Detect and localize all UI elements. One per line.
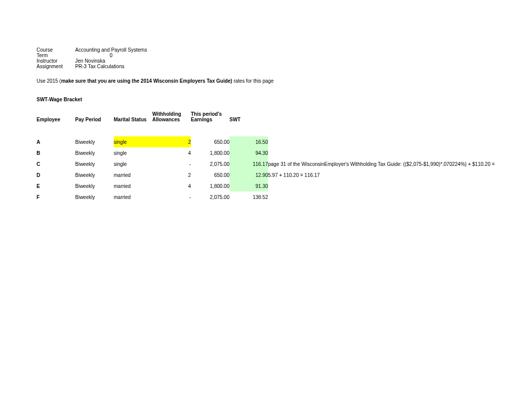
table-row: EBiweeklymarried41,800.0091.30 xyxy=(37,180,503,191)
cell-earnings: 2,075.00 xyxy=(191,191,229,202)
cell-withholding-allowances: 4 xyxy=(152,180,191,191)
meta-row-course: Course Accounting and Payroll Systems xyxy=(37,47,522,53)
note-prefix: Use 2015 ( xyxy=(37,78,61,84)
cell-note: 5.97 + 110.20 = 116.17 xyxy=(268,169,503,180)
cell-employee: F xyxy=(37,191,75,202)
page: Course Accounting and Payroll Systems Te… xyxy=(0,0,532,202)
meta-block: Course Accounting and Payroll Systems Te… xyxy=(37,47,522,69)
cell-note xyxy=(268,191,503,202)
note-bold: make sure that you are using the 2014 Wi… xyxy=(61,78,232,84)
cell-withholding-allowances: 2 xyxy=(152,169,191,180)
section-title: SWT-Wage Bracket xyxy=(37,97,522,102)
cell-marital-status: single xyxy=(114,158,152,169)
header-withholding-l1: Withholding xyxy=(152,111,191,117)
cell-employee: B xyxy=(37,147,75,158)
cell-withholding-allowances: - xyxy=(152,191,191,202)
cell-pay-period: Biweekly xyxy=(75,191,114,202)
cell-earnings: 1,800.00 xyxy=(191,147,229,158)
table-row: ABiweeklysingle2650.0016.50 xyxy=(37,136,503,147)
cell-swt: 16.50 xyxy=(229,136,268,147)
cell-pay-period: Biweekly xyxy=(75,169,114,180)
cell-employee: C xyxy=(37,158,75,169)
cell-marital-status: single xyxy=(114,136,152,147)
cell-marital-status: married xyxy=(114,169,152,180)
meta-row-instructor: Instructor Jen Novinska xyxy=(37,58,522,64)
cell-marital-status: married xyxy=(114,180,152,191)
instruction-note: Use 2015 (make sure that you are using t… xyxy=(37,78,522,84)
term-label: Term xyxy=(37,53,75,58)
instructor-label: Instructor xyxy=(37,58,75,64)
cell-earnings: 2,075.00 xyxy=(191,158,229,169)
table-row: FBiweeklymarried-2,075.00138.52 xyxy=(37,191,503,202)
header-earnings: This period's Earnings xyxy=(191,109,229,123)
note-suffix: rates for this page xyxy=(232,78,274,84)
header-marital-status: Marital Status xyxy=(114,109,152,123)
instructor-value: Jen Novinska xyxy=(75,58,105,64)
cell-marital-status: single xyxy=(114,147,152,158)
cell-note xyxy=(268,147,503,158)
header-earnings-l1: This period's xyxy=(191,111,229,117)
assignment-value: PR-3 Tax Calculations xyxy=(75,64,124,69)
cell-earnings: 1,800.00 xyxy=(191,180,229,191)
table-row: BBiweeklysingle41,800.0094.30 xyxy=(37,147,503,158)
cell-swt: 138.52 xyxy=(229,191,268,202)
header-swt: SWT xyxy=(229,109,268,123)
cell-note xyxy=(268,180,503,191)
table-body: ABiweeklysingle2650.0016.50BBiweeklysing… xyxy=(37,123,503,202)
term-value: 0 xyxy=(110,53,113,59)
header-pay-period: Pay Period xyxy=(75,109,114,123)
table-row: CBiweeklysingle-2,075.00116.17page 31 of… xyxy=(37,158,503,169)
cell-employee: D xyxy=(37,169,75,180)
cell-employee: E xyxy=(37,180,75,191)
header-earnings-l2: Earnings xyxy=(191,117,229,122)
course-label: Course xyxy=(37,47,75,53)
cell-note xyxy=(268,136,503,147)
cell-withholding-allowances: 4 xyxy=(152,147,191,158)
cell-pay-period: Biweekly xyxy=(75,180,114,191)
course-value: Accounting and Payroll Systems xyxy=(75,47,147,53)
cell-pay-period: Biweekly xyxy=(75,136,114,147)
cell-swt: 91.30 xyxy=(229,180,268,191)
cell-note: page 31 of the WisconsinEmployer's Withh… xyxy=(268,158,503,169)
swt-table: Employee Pay Period Marital Status Withh… xyxy=(37,109,503,202)
cell-earnings: 650.00 xyxy=(191,169,229,180)
cell-earnings: 650.00 xyxy=(191,136,229,147)
cell-withholding-allowances: - xyxy=(152,158,191,169)
cell-employee: A xyxy=(37,136,75,147)
cell-swt: 94.30 xyxy=(229,147,268,158)
cell-withholding-allowances: 2 xyxy=(152,136,191,147)
table-row: DBiweeklymarried2650.0012.905.97 + 110.2… xyxy=(37,169,503,180)
assignment-label: Assignment xyxy=(37,64,75,69)
cell-swt: 12.90 xyxy=(229,169,268,180)
header-withholding-l2: Allowances xyxy=(152,117,191,122)
spacer-row xyxy=(37,123,503,136)
cell-pay-period: Biweekly xyxy=(75,158,114,169)
cell-swt: 116.17 xyxy=(229,158,268,169)
header-employee: Employee xyxy=(37,109,75,123)
header-note xyxy=(268,109,503,123)
cell-marital-status: married xyxy=(114,191,152,202)
header-withholding-allowances: Withholding Allowances xyxy=(152,109,191,123)
meta-row-assignment: Assignment PR-3 Tax Calculations xyxy=(37,64,522,69)
meta-row-term: Term 0 xyxy=(37,53,522,58)
cell-pay-period: Biweekly xyxy=(75,147,114,158)
table-header-row: Employee Pay Period Marital Status Withh… xyxy=(37,109,503,123)
